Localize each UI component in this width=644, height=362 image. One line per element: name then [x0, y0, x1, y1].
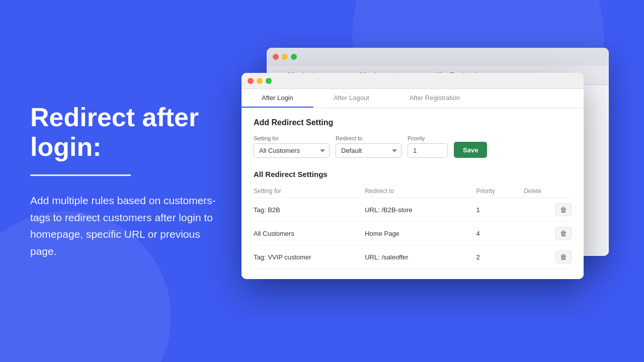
td-redirect-vvip: URL: /saleoffer [365, 245, 476, 269]
back-window-titlebar [267, 48, 609, 66]
table-header-row: Setting for Redirect to Priority Delete [254, 185, 572, 198]
right-panel: After Login After Logout After Registrat… [242, 0, 644, 362]
add-form: Setting for All Customers Tag: B2B Tag: … [254, 135, 572, 158]
delete-button-all[interactable]: 🗑 [555, 227, 572, 240]
td-priority-all: 4 [476, 222, 524, 245]
front-window-titlebar [242, 73, 584, 89]
main-layout: Redirect after login: Add multiple rules… [0, 0, 644, 362]
add-section-title: Add Redirect Setting [254, 118, 572, 127]
td-setting-vvip: Tag: VVIP customer [254, 245, 365, 269]
headline: Redirect after login: [30, 103, 216, 163]
tab-after-registration[interactable]: After Registration [389, 89, 480, 108]
delete-button-b2b[interactable]: 🗑 [555, 203, 572, 216]
td-setting-all: All Customers [254, 222, 365, 245]
td-priority-vvip: 2 [476, 245, 524, 269]
th-setting-for: Setting for [254, 185, 365, 198]
left-panel: Redirect after login: Add multiple rules… [0, 72, 242, 290]
all-settings-title: All Redirect Settings [254, 170, 572, 178]
td-delete-all: 🗑 [524, 222, 572, 245]
td-setting-b2b: Tag: B2B [254, 198, 365, 222]
th-redirect-to: Redirect to [365, 185, 476, 198]
back-dot-red [273, 54, 279, 60]
front-dot-green [266, 78, 272, 84]
tab-after-login[interactable]: After Login [242, 89, 313, 108]
delete-button-vvip[interactable]: 🗑 [555, 250, 572, 263]
back-dot-yellow [282, 54, 288, 60]
settings-table: Setting for Redirect to Priority Delete … [254, 185, 572, 269]
redirect-to-select[interactable]: Default Home Page URL: /B2B-store URL: /… [336, 143, 401, 158]
redirect-to-group: Redirect to Default Home Page URL: /B2B-… [336, 135, 401, 158]
td-delete-b2b: 🗑 [524, 198, 572, 222]
td-priority-b2b: 1 [476, 198, 524, 222]
table-row: All Customers Home Page 4 🗑 [254, 222, 572, 245]
priority-label: Priority [408, 135, 448, 141]
priority-input[interactable] [408, 143, 448, 158]
td-delete-vvip: 🗑 [524, 245, 572, 269]
front-dot-red [248, 78, 254, 84]
setting-for-group: Setting for All Customers Tag: B2B Tag: … [254, 135, 330, 158]
td-redirect-all: Home Page [365, 222, 476, 245]
redirect-to-label: Redirect to [336, 135, 401, 141]
save-button[interactable]: Save [454, 142, 487, 158]
front-window-tabs: After Login After Logout After Registrat… [242, 89, 584, 108]
table-row: Tag: VVIP customer URL: /saleoffer 2 🗑 [254, 245, 572, 269]
front-dot-yellow [257, 78, 263, 84]
back-dot-green [291, 54, 297, 60]
td-redirect-b2b: URL: /B2B-store [365, 198, 476, 222]
divider [30, 174, 131, 176]
setting-for-select[interactable]: All Customers Tag: B2B Tag: VVIP custome… [254, 143, 330, 158]
front-window: After Login After Logout After Registrat… [242, 73, 584, 279]
table-row: Tag: B2B URL: /B2B-store 1 🗑 [254, 198, 572, 222]
description: Add multiple rules based on customers-ta… [30, 192, 216, 259]
setting-for-label: Setting for [254, 135, 330, 141]
th-priority: Priority [476, 185, 524, 198]
th-delete: Delete [524, 185, 572, 198]
priority-group: Priority [408, 135, 448, 158]
tab-after-logout[interactable]: After Logout [313, 89, 389, 108]
window-body: Add Redirect Setting Setting for All Cus… [242, 108, 584, 279]
